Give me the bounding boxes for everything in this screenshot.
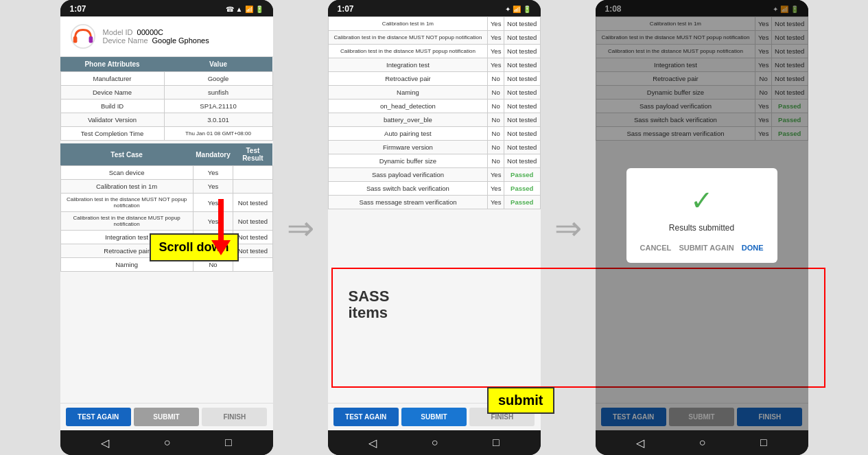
test-again-button-2[interactable]: TEST AGAIN xyxy=(333,408,399,426)
table-row: Dynamic buffer sizeNoNot tested xyxy=(328,154,540,168)
table-row: Firmware versionNoNot tested xyxy=(328,141,540,154)
time-1: 1:07 xyxy=(70,4,86,14)
table-row: Calibration test in 1mYes xyxy=(60,180,272,194)
table-row sass-row: Sass switch back verificationYesPassed xyxy=(328,182,540,196)
home-icon-2[interactable]: ○ xyxy=(432,436,438,449)
dialog-buttons: CANCEL SUBMIT AGAIN DONE xyxy=(640,244,764,252)
phone2-wrapper: 1:07 ✦ 📶 🔋 Calibration test in 1mYesNot … xyxy=(328,0,541,455)
table-row: Integration testYesNot tested xyxy=(328,58,540,72)
recents-icon-3[interactable]: □ xyxy=(760,436,767,449)
table-row: ManufacturerGoogle xyxy=(60,72,272,86)
status-icons-2: ✦ 📶 🔋 xyxy=(505,5,531,13)
headphone-icon xyxy=(70,23,96,49)
wifi-icon: 📶 xyxy=(245,5,253,13)
battery-icon: 🔋 xyxy=(255,5,263,13)
submit-annotation: submit xyxy=(487,387,554,414)
notifications-icon: ☎ xyxy=(226,5,234,13)
scroll-arrow xyxy=(211,199,231,255)
table-section-1: Phone Attributes Value ManufacturerGoogl… xyxy=(60,57,273,403)
table-row: NamingNoNot tested xyxy=(328,86,540,100)
table-row: Device Namesunfish xyxy=(60,86,272,100)
svg-rect-1 xyxy=(73,36,77,43)
value-col-header: Value xyxy=(164,57,272,72)
table-section-2: Calibration test in 1mYesNot tested Cali… xyxy=(328,16,541,403)
table-row: Calibration test in the distance MUST po… xyxy=(328,45,540,58)
dialog-message: Results submitted xyxy=(640,223,764,233)
table-row: Calibration test in 1mYesNot tested xyxy=(328,17,540,31)
finish-button-1[interactable]: FINISH xyxy=(202,408,267,426)
home-icon[interactable]: ○ xyxy=(164,436,171,449)
table-row: on_head_detectionNoNot tested xyxy=(328,100,540,113)
phone1: 1:07 ☎ ▲ 📶 🔋 Model ID00000C Device NameG… xyxy=(60,0,273,455)
model-label: Model ID xyxy=(103,28,133,36)
device-info: Model ID00000C Device NameGoogle Gphones xyxy=(103,28,209,45)
dialog-cancel-button[interactable]: CANCEL xyxy=(640,244,672,252)
test-table-2: Calibration test in 1mYesNot tested Cali… xyxy=(328,16,541,209)
mandatory-header: Mandatory xyxy=(193,143,233,166)
wifi-icon-2: 📶 xyxy=(513,5,521,13)
arrow-1: ⇒ xyxy=(273,0,328,455)
sass-annotation: SASSitems xyxy=(349,288,390,321)
nav-bar-1: ◁ ○ □ xyxy=(60,430,273,455)
check-icon: ✓ xyxy=(640,185,764,216)
table-row: Test Completion TimeThu Jan 01 08 GMT+08… xyxy=(60,127,272,141)
recents-icon[interactable]: □ xyxy=(225,436,232,449)
attr-table: Phone Attributes Value ManufacturerGoogl… xyxy=(60,57,273,141)
phone3-wrapper: 1:08 ✦ 📶 🔋 Calibration test in 1mYesNot … xyxy=(596,0,808,455)
table-row sass-row: Sass message stream verificationYesPasse… xyxy=(328,196,540,209)
attr-col-header: Phone Attributes xyxy=(60,57,164,72)
status-bar-2: 1:07 ✦ 📶 🔋 xyxy=(328,0,541,16)
signal-icon: ▲ xyxy=(236,5,243,13)
back-icon-3[interactable]: ◁ xyxy=(636,436,644,450)
test-again-button-1[interactable]: TEST AGAIN xyxy=(66,408,131,426)
btn-bar-1: TEST AGAIN SUBMIT FINISH xyxy=(60,403,273,430)
bt-icon: ✦ xyxy=(505,5,511,13)
table-row: battery_over_bleNoNot tested xyxy=(328,113,540,127)
test-result-header: Test Result xyxy=(233,143,272,166)
table-row: Retroactive pairNoNot tested xyxy=(328,72,540,86)
dialog-overlay: ✓ Results submitted CANCEL SUBMIT AGAIN … xyxy=(596,0,808,430)
nav-bar-3: ◁ ○ □ xyxy=(596,430,808,455)
table-row: Calibration test in the distance MUST NO… xyxy=(60,194,272,212)
home-icon-3[interactable]: ○ xyxy=(699,436,706,449)
submit-button-2[interactable]: SUBMIT xyxy=(401,408,467,426)
table-row sass-row: Sass payload verificationYesPassed xyxy=(328,168,540,182)
device-name-value: Google Gphones xyxy=(152,36,209,45)
device-label: Device Name xyxy=(103,36,148,45)
phone3: 1:08 ✦ 📶 🔋 Calibration test in 1mYesNot … xyxy=(596,0,808,455)
device-card: Model ID00000C Device NameGoogle Gphones xyxy=(60,16,273,57)
model-value: 00000C xyxy=(137,28,164,36)
table-row: Validator Version3.0.101 xyxy=(60,113,272,127)
back-icon-2[interactable]: ◁ xyxy=(368,436,377,450)
status-icons-1: ☎ ▲ 📶 🔋 xyxy=(226,5,263,13)
nav-bar-2: ◁ ○ □ xyxy=(328,430,541,455)
table-row: Auto pairing testNoNot tested xyxy=(328,127,540,141)
time-2: 1:07 xyxy=(338,4,354,14)
table-row: Calibration test in the distance MUST po… xyxy=(60,212,272,231)
battery-icon-2: 🔋 xyxy=(523,5,531,13)
status-bar-1: 1:07 ☎ ▲ 📶 🔋 xyxy=(60,0,273,16)
dialog-done-button[interactable]: DONE xyxy=(742,244,764,252)
test-case-header: Test Case xyxy=(60,143,193,166)
dialog-submit-again-button[interactable]: SUBMIT AGAIN xyxy=(679,244,734,252)
back-icon[interactable]: ◁ xyxy=(101,436,109,450)
table-row: Calibration test in the distance MUST NO… xyxy=(328,31,540,45)
recents-icon-2[interactable]: □ xyxy=(493,436,500,449)
results-dialog: ✓ Results submitted CANCEL SUBMIT AGAIN … xyxy=(626,168,777,263)
submit-button-1[interactable]: SUBMIT xyxy=(134,408,199,426)
table-row: Build IDSP1A.21110 xyxy=(60,100,272,113)
table-row: Scan deviceYes xyxy=(60,166,272,180)
svg-rect-2 xyxy=(89,36,93,43)
